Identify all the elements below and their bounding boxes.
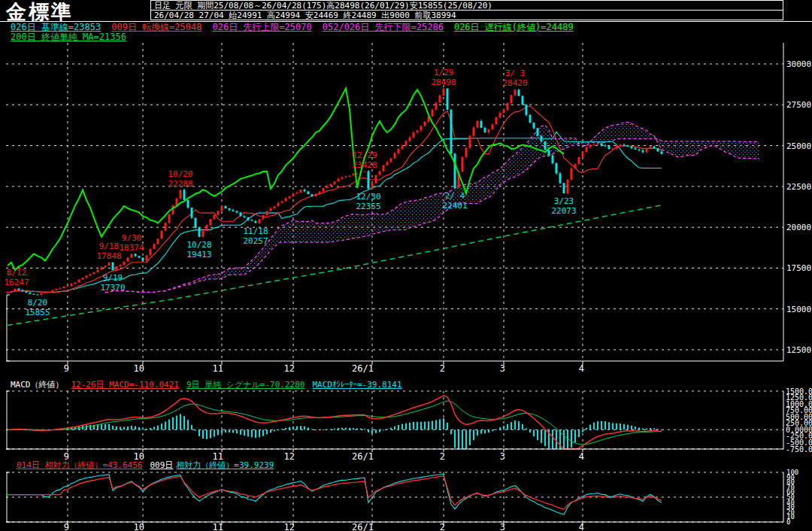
month-label: 9 [64,522,69,531]
rsi-legend-9: 相対力（終値）=39.9239 [176,460,274,470]
svg-text:22355: 22355 [356,202,380,211]
rsi-legend-9-prefix: 009日 [150,460,173,470]
macd-panel[interactable]: 1500.0001250.0001000.000750.0000500.0000… [0,380,812,464]
svg-text:9/19: 9/19 [103,273,123,283]
month-label: 26/1 [352,522,374,531]
svg-text:3/23: 3/23 [554,196,574,206]
legend-kijun: 026日 基準線=23853 [11,22,101,32]
main-price-chart[interactable]: 3000027500250002250020000175001500012500… [0,43,812,381]
macd-legend-macd: 12-26日 MACD=-110.0421 [71,380,179,390]
price-axis-label: 27500 [786,100,811,110]
svg-text:28420: 28420 [502,78,527,88]
swing-high-annotation: 12/2923428 [352,150,377,170]
rsi-legend-14: 014日 相対力（終値）=43.6456 [17,460,142,470]
swing-high-annotation: 8/1216247 [4,268,29,287]
month-label: 11 [213,363,223,374]
svg-text:8/20: 8/20 [28,298,48,308]
price-axis-label: 12500 [786,345,811,355]
svg-text:12/29: 12/29 [352,150,377,160]
month-label: 3 [500,522,505,531]
svg-text:9/18: 9/18 [99,241,120,251]
price-axis-label: 30000 [786,59,811,69]
svg-text:17370: 17370 [100,283,125,293]
svg-text:1/29: 1/29 [434,68,454,77]
ma200-legend-row: 200日 終値単純 MA=21356 [11,32,137,42]
swing-low-annotation: 8/2015855 [25,298,50,317]
month-label: 9 [64,363,69,374]
rsi-axis-label: 0 [786,518,790,526]
svg-text:3/ 3: 3/ 3 [505,68,526,78]
svg-text:22401: 22401 [442,201,467,211]
month-label: 12 [284,451,295,462]
svg-text:17848: 17848 [96,251,121,261]
legend-ma200: 200日 終値単純 MA=21356 [11,32,126,42]
swing-high-annotation: 9/1817848 [96,241,121,261]
main-chart-plot-area[interactable] [6,43,783,361]
month-label: 26/1 [352,451,374,462]
swing-high-annotation: 10/2022288 [168,169,192,189]
ohlc-summary: 26/04/28 27/04 始24991 高24994 安24469 終244… [151,11,783,20]
price-axis-label: 17500 [786,263,811,273]
month-label: 2 [440,522,445,531]
svg-text:23428: 23428 [352,160,377,170]
rsi-panel[interactable]: 1009080706050403020100910111226/1234 [0,469,812,531]
svg-text:10/20: 10/20 [168,169,192,179]
swing-low-annotation: 12/3022355 [356,192,380,211]
svg-text:12/30: 12/30 [356,192,380,202]
month-label: 4 [579,451,584,462]
svg-text:18374: 18374 [119,243,144,253]
macd-axis-label: -750.000 [786,445,812,454]
month-label: 2 [440,451,445,462]
month-label: 26/1 [352,363,374,374]
month-label: 11 [213,522,223,531]
svg-text:20257: 20257 [243,236,268,246]
svg-text:22073: 22073 [551,206,576,216]
month-label: 10 [134,363,144,374]
header-info-box: 日足 元限 期間25/08/08～26/04/28(175)高28498(26/… [150,0,783,20]
macd-legend-row: MACD（終値）12-26日 MACD=-110.04219日 単純 シグナル=… [11,381,410,390]
month-label: 4 [579,363,584,374]
macd-plot-area[interactable] [6,391,783,449]
legend-chikou: 026日 遅行線(終値)=24489 [454,22,574,32]
month-label: 2 [440,363,445,374]
month-label: 12 [284,522,295,531]
price-axis-label: 20000 [786,223,811,232]
month-label: 4 [579,522,584,531]
svg-text:10/28: 10/28 [186,240,211,250]
swing-high-annotation: 1/2928498 [431,68,456,87]
svg-text:16247: 16247 [4,278,29,287]
svg-text:28498: 28498 [431,77,456,87]
swing-low-annotation: 3/2322073 [551,196,576,216]
swing-low-annotation: 11/1820257 [243,226,268,246]
macd-legend-title: MACD（終値） [11,380,64,390]
month-label: 3 [500,451,505,462]
legend-senkou-upper: 026日 先行上限=25070 [213,22,312,32]
legend-senkou-lower: 052/026日 先行下限=25286 [323,22,444,32]
price-axis-label: 22500 [786,182,811,192]
chart-app-window: 金標準 日足 元限 期間25/08/08～26/04/28(175)高28498… [0,0,812,531]
svg-text:19413: 19413 [186,250,211,259]
swing-high-annotation: 3/ 328420 [502,68,527,88]
period-summary: 日足 元限 期間25/08/08～26/04/28(175)高28498(26/… [151,1,783,11]
month-label: 3 [500,363,505,374]
svg-text:22288: 22288 [168,179,192,189]
swing-low-annotation: 9/1917370 [100,273,125,293]
rsi-legend-row: 014日 相対力（終値）=43.6456009日相対力（終値）=39.9239 [17,461,281,470]
swing-high-annotation: 9/3018374 [119,233,144,253]
month-label: 12 [284,363,295,374]
price-axis-label: 25000 [786,141,811,151]
swing-low-annotation: 10/2819413 [186,240,211,259]
rsi-plot-area[interactable] [6,472,783,522]
price-axis-label: 15000 [786,305,811,314]
legend-tenkan: 009日 転換線=25048 [111,22,201,32]
svg-text:9/30: 9/30 [122,233,142,243]
svg-text:2/ 4: 2/ 4 [445,191,465,201]
svg-text:15855: 15855 [25,308,50,317]
svg-text:8/12: 8/12 [7,268,27,278]
month-label: 10 [134,522,144,531]
macd-legend-osc: MACDｵｼﾚｰﾀｰ=-39.8141 [312,380,401,390]
swing-low-annotation: 2/ 422401 [442,191,467,211]
macd-legend-signal: 9日 単純 シグナル=-70.2280 [186,380,305,390]
svg-text:11/18: 11/18 [243,226,268,236]
